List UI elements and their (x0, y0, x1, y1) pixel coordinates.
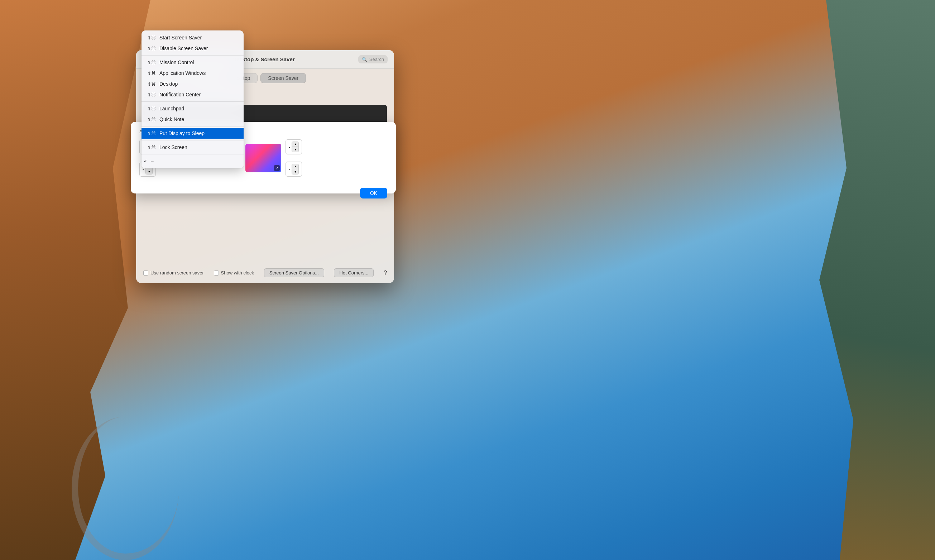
tab-screen-saver[interactable]: Screen Saver (260, 73, 306, 83)
menu-item-launchpad[interactable]: ⇧⌘ Launchpad (141, 103, 244, 114)
menu-item-notification-center[interactable]: ⇧⌘ Notification Center (141, 89, 244, 100)
search-box[interactable]: 🔍 Search (358, 55, 388, 63)
random-saver-row: Use random screen saver (143, 270, 204, 275)
show-clock-label: Show with clock (221, 270, 254, 275)
bottom-right-dropdown[interactable]: - ▲ ▼ (286, 162, 302, 177)
search-icon: 🔍 (362, 57, 367, 62)
menu-item-dash[interactable]: ✓ – (141, 156, 244, 166)
shortcut-icon: ⇧⌘ (147, 92, 156, 97)
menu-item-label: Put Display to Sleep (159, 131, 205, 136)
shortcut-icon: ⇧⌘ (147, 117, 156, 122)
stepper-up-icon[interactable]: ▲ (292, 164, 298, 169)
search-placeholder: Search (369, 57, 384, 62)
bottom-right-value: - (289, 166, 290, 172)
menu-item-label: Disable Screen Saver (159, 46, 208, 51)
top-right-stepper[interactable]: ▲ ▼ (292, 142, 299, 152)
prefs-footer: Use random screen saver Show with clock … (143, 268, 387, 277)
menu-item-label: – (151, 158, 154, 164)
menu-item-label: Start Screen Saver (159, 35, 202, 40)
checkmark-icon: ✓ (144, 159, 149, 164)
menu-separator (141, 55, 244, 55)
screen-saver-options-button[interactable]: Screen Saver Options... (264, 268, 324, 277)
shortcut-icon: ⇧⌘ (147, 131, 156, 136)
menu-separator (141, 140, 244, 140)
shortcut-icon: ⇧⌘ (147, 106, 156, 111)
menu-item-disable-screen-saver[interactable]: ⇧⌘ Disable Screen Saver (141, 43, 244, 54)
use-random-label: Use random screen saver (151, 270, 204, 275)
menu-separator (141, 154, 244, 154)
menu-item-label: Lock Screen (159, 145, 188, 150)
menu-separator (141, 102, 244, 102)
menu-item-quick-note[interactable]: ⇧⌘ Quick Note (141, 114, 244, 125)
show-clock-checkbox[interactable] (214, 271, 219, 275)
stepper-up-icon[interactable]: ▲ (292, 142, 298, 147)
top-right-corner: - ▲ ▼ (286, 139, 387, 154)
top-right-value: - (289, 145, 290, 150)
bottom-right-corner: - ▲ ▼ (286, 162, 387, 177)
shortcut-icon: ⇧⌘ (147, 60, 156, 65)
menu-item-label: Launchpad (159, 106, 184, 111)
menu-item-label: Quick Note (159, 117, 184, 122)
shortcut-icon: ⇧⌘ (147, 35, 156, 40)
stepper-down-icon[interactable]: ▼ (146, 169, 152, 174)
show-clock-row: Show with clock (214, 270, 254, 275)
shortcut-icon: ⇧⌘ (147, 71, 156, 76)
menu-item-lock-screen[interactable]: ⇧⌘ Lock Screen (141, 142, 244, 152)
stepper-down-icon[interactable]: ▼ (292, 169, 298, 174)
use-random-checkbox[interactable] (143, 271, 148, 275)
context-menu: ⇧⌘ Start Screen Saver ⇧⌘ Disable Screen … (141, 31, 244, 168)
right-corners: - ▲ ▼ - ▲ ▼ (286, 139, 387, 177)
menu-item-desktop[interactable]: ⇧⌘ Desktop (141, 78, 244, 89)
bottom-right-stepper[interactable]: ▲ ▼ (292, 164, 299, 174)
ok-button[interactable]: OK (360, 188, 387, 198)
menu-item-start-screen-saver[interactable]: ⇧⌘ Start Screen Saver (141, 32, 244, 43)
corner-thumbnail-preview: ↗ (245, 144, 281, 172)
dialog-footer: OK (131, 184, 396, 202)
menu-item-mission-control[interactable]: ⇧⌘ Mission Control (141, 57, 244, 68)
shortcut-icon: ⇧⌘ (147, 82, 156, 87)
hot-corners-button[interactable]: Hot Corners... (334, 268, 374, 277)
road-curve (72, 417, 179, 560)
stepper-down-icon[interactable]: ▼ (292, 147, 298, 152)
menu-item-label: Application Windows (159, 70, 206, 76)
menu-item-label: Desktop (159, 81, 178, 87)
menu-item-label: Mission Control (159, 60, 194, 65)
menu-separator (141, 126, 244, 126)
help-icon[interactable]: ? (384, 270, 387, 276)
menu-item-label: Notification Center (159, 92, 201, 97)
menu-item-put-display-sleep[interactable]: ⇧⌘ Put Display to Sleep (141, 128, 244, 138)
shortcut-icon: ⇧⌘ (147, 46, 156, 51)
menu-item-application-windows[interactable]: ⇧⌘ Application Windows (141, 68, 244, 78)
expand-icon: ↗ (274, 165, 280, 171)
shortcut-icon: ⇧⌘ (147, 145, 156, 150)
top-right-dropdown[interactable]: - ▲ ▼ (286, 139, 302, 154)
